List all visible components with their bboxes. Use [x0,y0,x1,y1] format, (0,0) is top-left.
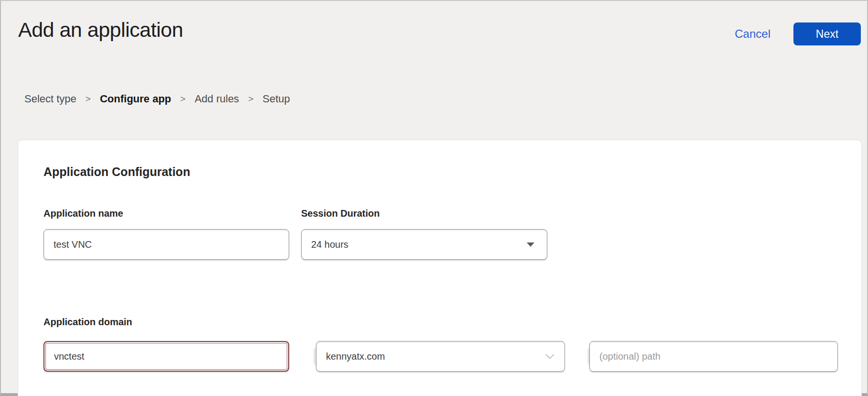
application-name-label: Application name [43,208,123,219]
session-duration-select[interactable]: 24 hours [301,229,547,260]
application-domain-label: Application domain [43,317,132,328]
session-duration-value: 24 hours [311,239,348,250]
breadcrumb-step-setup[interactable]: Setup [262,93,290,105]
breadcrumb-step-add-rules[interactable]: Add rules [195,93,239,105]
breadcrumb-step-configure-app[interactable]: Configure app [100,93,171,105]
chevron-down-icon [545,350,554,359]
breadcrumb-separator: > [180,94,185,104]
next-button[interactable]: Next [793,22,861,45]
path-input[interactable] [589,341,838,372]
domain-select-value: kennyatx.com [326,351,385,362]
breadcrumb-separator: > [86,94,91,104]
breadcrumb-step-select-type[interactable]: Select type [24,93,76,105]
subdomain-input[interactable] [43,341,289,372]
breadcrumb-separator: > [248,94,253,104]
caret-down-icon [527,242,534,247]
domain-select[interactable]: kennyatx.com [316,341,565,372]
window-frame: Add an application Cancel Next Select ty… [0,0,868,396]
application-name-input[interactable] [43,229,289,260]
configuration-card: Application Configuration Application na… [18,140,862,396]
section-title: Application Configuration [43,165,190,179]
header-actions: Cancel Next [735,22,861,45]
cancel-button[interactable]: Cancel [735,27,770,41]
page-title: Add an application [18,18,183,42]
breadcrumb: Select type > Configure app > Add rules … [24,93,290,105]
session-duration-label: Session Duration [301,208,380,219]
